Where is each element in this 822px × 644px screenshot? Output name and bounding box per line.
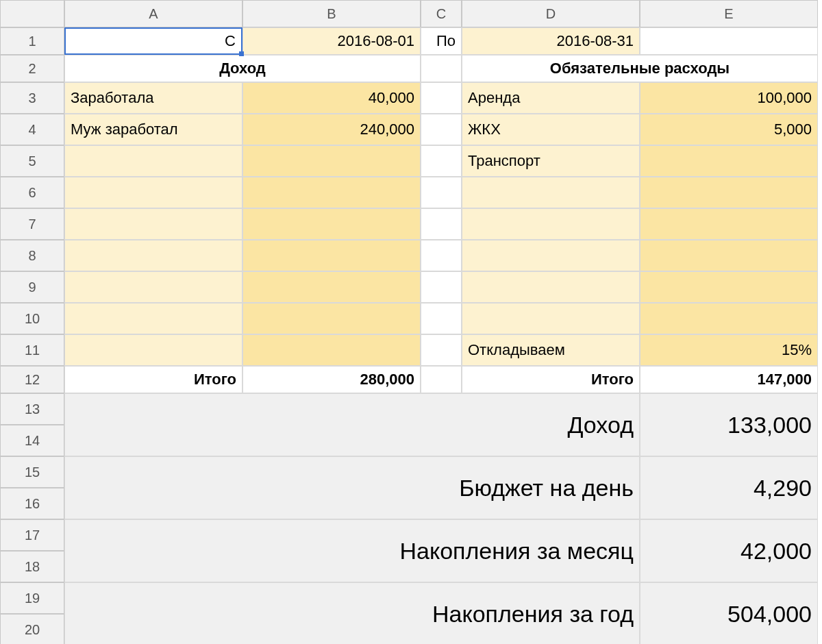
row-header-18[interactable]: 18	[0, 551, 64, 582]
cell-D1[interactable]: 2016-08-31	[462, 27, 640, 55]
row-header-15[interactable]: 15	[0, 456, 64, 488]
summary-income-value[interactable]: 133,000	[640, 393, 818, 456]
cell-E7[interactable]	[640, 208, 818, 240]
summary-save-month-label[interactable]: Накопления за месяц	[64, 519, 640, 582]
cell-D12[interactable]: Итого	[462, 366, 640, 393]
cell-B6[interactable]	[242, 177, 421, 208]
row-header-17[interactable]: 17	[0, 519, 64, 551]
row-header-4[interactable]: 4	[0, 114, 64, 145]
cell-C11[interactable]	[421, 334, 462, 366]
summary-save-year-value[interactable]: 504,000	[640, 582, 818, 644]
cell-C10[interactable]	[421, 303, 462, 334]
row-header-10[interactable]: 10	[0, 303, 64, 334]
summary-daily-value[interactable]: 4,290	[640, 456, 818, 519]
cell-A6[interactable]	[64, 177, 242, 208]
row-header-13[interactable]: 13	[0, 393, 64, 425]
col-header-D[interactable]: D	[462, 0, 640, 27]
col-header-E[interactable]: E	[640, 0, 818, 27]
row-header-5[interactable]: 5	[0, 145, 64, 177]
row-header-16[interactable]: 16	[0, 488, 64, 519]
cell-A7[interactable]	[64, 208, 242, 240]
cell-D11[interactable]: Откладываем	[462, 334, 640, 366]
row-header-3[interactable]: 3	[0, 82, 64, 114]
col-header-B[interactable]: B	[242, 0, 421, 27]
cell-C4[interactable]	[421, 114, 462, 145]
spreadsheet-grid[interactable]: A B C D E 1 С 2016-08-01 По 2016-08-31 2…	[0, 0, 822, 644]
cell-D10[interactable]	[462, 303, 640, 334]
cell-E5[interactable]	[640, 145, 818, 177]
cell-A8[interactable]	[64, 240, 242, 271]
cell-B12[interactable]: 280,000	[242, 366, 421, 393]
cell-E6[interactable]	[640, 177, 818, 208]
expense-header[interactable]: Обязательные расходы	[462, 55, 818, 82]
cell-A10[interactable]	[64, 303, 242, 334]
cell-B4[interactable]: 240,000	[242, 114, 421, 145]
col-header-C[interactable]: C	[421, 0, 462, 27]
cell-C1[interactable]: По	[421, 27, 462, 55]
cell-D5[interactable]: Транспорт	[462, 145, 640, 177]
row-header-11[interactable]: 11	[0, 334, 64, 366]
cell-C5[interactable]	[421, 145, 462, 177]
row-header-1[interactable]: 1	[0, 27, 64, 55]
row-header-12[interactable]: 12	[0, 366, 64, 393]
cell-C8[interactable]	[421, 240, 462, 271]
cell-A11[interactable]	[64, 334, 242, 366]
cell-B1[interactable]: 2016-08-01	[242, 27, 421, 55]
cell-C12[interactable]	[421, 366, 462, 393]
cell-E4[interactable]: 5,000	[640, 114, 818, 145]
cell-B8[interactable]	[242, 240, 421, 271]
cell-C6[interactable]	[421, 177, 462, 208]
row-header-2[interactable]: 2	[0, 55, 64, 82]
cell-A12[interactable]: Итого	[64, 366, 242, 393]
row-header-8[interactable]: 8	[0, 240, 64, 271]
cell-E9[interactable]	[640, 271, 818, 303]
corner-cell	[0, 0, 64, 27]
cell-E10[interactable]	[640, 303, 818, 334]
cell-B11[interactable]	[242, 334, 421, 366]
row-header-7[interactable]: 7	[0, 208, 64, 240]
cell-E1[interactable]	[640, 27, 818, 55]
cell-D6[interactable]	[462, 177, 640, 208]
summary-income-label[interactable]: Доход	[64, 393, 640, 456]
cell-A5[interactable]	[64, 145, 242, 177]
cell-A4[interactable]: Муж заработал	[64, 114, 242, 145]
col-header-A[interactable]: A	[64, 0, 242, 27]
summary-daily-label[interactable]: Бюджет на день	[64, 456, 640, 519]
cell-C3[interactable]	[421, 82, 462, 114]
row-header-19[interactable]: 19	[0, 582, 64, 614]
summary-save-month-value[interactable]: 42,000	[640, 519, 818, 582]
cell-E8[interactable]	[640, 240, 818, 271]
row-header-14[interactable]: 14	[0, 425, 64, 456]
summary-save-year-label[interactable]: Накопления за год	[64, 582, 640, 644]
cell-E12[interactable]: 147,000	[640, 366, 818, 393]
cell-D8[interactable]	[462, 240, 640, 271]
cell-C2[interactable]	[421, 55, 462, 82]
cell-A9[interactable]	[64, 271, 242, 303]
cell-A3[interactable]: Заработала	[64, 82, 242, 114]
cell-D9[interactable]	[462, 271, 640, 303]
cell-D4[interactable]: ЖКХ	[462, 114, 640, 145]
cell-B3[interactable]: 40,000	[242, 82, 421, 114]
cell-E11[interactable]: 15%	[640, 334, 818, 366]
cell-C9[interactable]	[421, 271, 462, 303]
cell-B9[interactable]	[242, 271, 421, 303]
cell-C7[interactable]	[421, 208, 462, 240]
cell-D3[interactable]: Аренда	[462, 82, 640, 114]
cell-B7[interactable]	[242, 208, 421, 240]
income-header[interactable]: Доход	[64, 55, 421, 82]
row-header-6[interactable]: 6	[0, 177, 64, 208]
cell-B10[interactable]	[242, 303, 421, 334]
cell-D7[interactable]	[462, 208, 640, 240]
cell-A1[interactable]: С	[64, 27, 242, 55]
cell-E3[interactable]: 100,000	[640, 82, 818, 114]
cell-B5[interactable]	[242, 145, 421, 177]
row-header-9[interactable]: 9	[0, 271, 64, 303]
row-header-20[interactable]: 20	[0, 614, 64, 644]
